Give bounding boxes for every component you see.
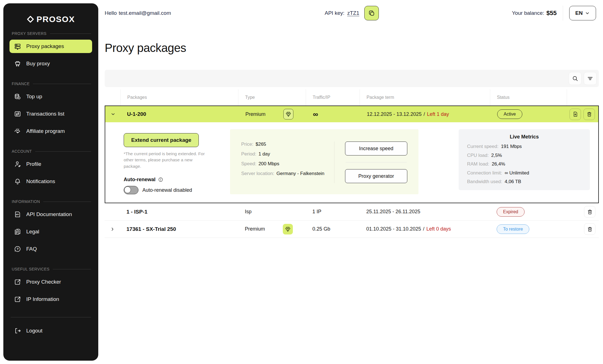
extend-package-button[interactable]: Extend current package bbox=[124, 133, 199, 147]
package-name: 1 - ISP-1 bbox=[120, 209, 238, 215]
trash-icon bbox=[587, 209, 593, 215]
price-row: Price: $265 bbox=[241, 142, 334, 147]
metric-connection-limit: Connection limit: ∞ Unlimited bbox=[467, 170, 582, 176]
coins-icon bbox=[14, 93, 21, 100]
copy-api-key-button[interactable] bbox=[364, 6, 379, 20]
legal-icon bbox=[14, 228, 21, 235]
auto-renewal-toggle[interactable] bbox=[124, 186, 138, 194]
external-link-icon bbox=[14, 296, 21, 303]
table-header: Packages Type Traffic/IP Package term St… bbox=[105, 89, 599, 106]
sidebar-item-top-up[interactable]: Top up bbox=[9, 90, 92, 103]
sidebar-item-faq[interactable]: ? FAQ bbox=[9, 242, 92, 256]
api-key-value[interactable]: zTZ1 bbox=[347, 10, 359, 16]
days-left: Left 1 day bbox=[427, 111, 449, 117]
column-header-packages: Packages bbox=[120, 89, 238, 106]
extend-section: Extend current package *The current peri… bbox=[124, 133, 210, 194]
sidebar-item-profile[interactable]: Profile bbox=[9, 157, 92, 171]
extend-note: *The current period is being extended. F… bbox=[124, 151, 207, 169]
sidebar-item-proxy-packages[interactable]: Proxy packages bbox=[9, 40, 92, 53]
live-metrics-panel: Live Metrics Current speed: 191 Mbps CPU… bbox=[459, 129, 590, 190]
search-icon bbox=[572, 75, 578, 82]
sidebar-item-legal[interactable]: Legal bbox=[9, 225, 92, 238]
server-icon bbox=[14, 43, 21, 50]
section-useful-services: USEFUL SERVICES bbox=[12, 267, 91, 271]
period-row: Period: 1 day bbox=[241, 151, 334, 157]
table-row[interactable]: 1 - ISP-1 Isp 1 IP 25.11.2025 - 26.11.20… bbox=[105, 203, 599, 221]
proxy-generator-button[interactable]: Proxy generator bbox=[345, 169, 407, 183]
section-information: INFORMATION bbox=[12, 199, 91, 204]
balance-value: $55 bbox=[546, 9, 557, 17]
package-name: 17361 - SX-Trial 250 bbox=[120, 226, 238, 232]
status-badge: Expired bbox=[497, 207, 525, 217]
sidebar-item-notifications[interactable]: Notifications bbox=[9, 175, 92, 188]
api-doc-icon: API bbox=[14, 211, 21, 218]
page-title: Proxy packages bbox=[105, 41, 599, 55]
expand-row-button[interactable] bbox=[105, 226, 120, 232]
sidebar-item-label: IP Information bbox=[26, 296, 59, 302]
package-type: Premium bbox=[245, 111, 265, 117]
sidebar-item-api-documentation[interactable]: API API Documentation bbox=[9, 208, 92, 221]
premium-gem-icon bbox=[283, 224, 293, 234]
info-icon[interactable] bbox=[158, 177, 163, 182]
section-finance: FINANCE bbox=[12, 82, 91, 86]
trash-icon bbox=[587, 226, 593, 232]
collapse-row-button[interactable] bbox=[105, 111, 121, 117]
sidebar-item-label: Buy proxy bbox=[26, 61, 50, 67]
sidebar-item-proxy-checker[interactable]: Proxy Checker bbox=[9, 275, 92, 289]
delete-button[interactable] bbox=[584, 206, 595, 217]
sidebar-item-logout[interactable]: Logout bbox=[9, 324, 92, 337]
sidebar-item-transactions-list[interactable]: Transactions list bbox=[9, 107, 92, 121]
days-left: Left 0 days bbox=[426, 226, 451, 232]
diamond-logo-icon bbox=[27, 16, 34, 23]
metric-cpu-load: CPU load: 2,5% bbox=[467, 153, 582, 158]
download-button[interactable] bbox=[570, 109, 581, 120]
column-header-type: Type bbox=[238, 89, 306, 106]
cart-icon bbox=[14, 60, 21, 67]
status-badge: To restore bbox=[497, 224, 529, 234]
svg-text:API: API bbox=[16, 214, 19, 215]
delete-button[interactable] bbox=[583, 109, 595, 120]
logout-icon bbox=[14, 327, 21, 334]
column-header-status: Status bbox=[490, 89, 567, 106]
sidebar-item-ip-information[interactable]: IP Information bbox=[9, 293, 92, 306]
package-type: Isp bbox=[245, 209, 252, 215]
metric-bandwidth-used: Bandwidth used: 4,06 TB bbox=[467, 179, 582, 185]
language-selector[interactable]: EN bbox=[569, 6, 596, 20]
button-divider bbox=[346, 162, 407, 162]
topbar-divider bbox=[563, 6, 563, 21]
column-header-traffic: Traffic/IP bbox=[306, 89, 360, 106]
sidebar-item-affiliate-program[interactable]: Affiliate program bbox=[9, 124, 92, 138]
sidebar-item-buy-proxy[interactable]: Buy proxy bbox=[9, 57, 92, 70]
package-group-u-1-200: U-1-200 Premium ∞ 12.12.2025 - 13.12.202… bbox=[105, 106, 599, 203]
search-button[interactable] bbox=[569, 72, 582, 85]
sidebar-item-label: API Documentation bbox=[26, 211, 72, 217]
increase-speed-button[interactable]: Increase speed bbox=[345, 142, 407, 155]
package-info-panel: Price: $265 Period: 1 day Speed: 200 Mbp… bbox=[230, 129, 418, 194]
external-link-icon bbox=[14, 278, 21, 286]
bell-icon bbox=[14, 178, 21, 185]
table-row[interactable]: U-1-200 Premium ∞ 12.12.2025 - 13.12.202… bbox=[105, 106, 598, 122]
download-file-icon bbox=[572, 111, 578, 117]
column-header-term: Package term bbox=[360, 89, 490, 106]
sidebar-item-label: Transactions list bbox=[26, 111, 64, 117]
delete-button[interactable] bbox=[584, 223, 595, 235]
sidebar-item-label: Proxy Checker bbox=[26, 279, 61, 285]
handshake-icon bbox=[14, 128, 21, 135]
brand-logo: PROSOX bbox=[3, 15, 98, 24]
auto-renewal-row: Auto-renewal disabled bbox=[124, 186, 210, 194]
location-row: Server location: Germany - Falkenstein bbox=[241, 171, 334, 176]
filter-button[interactable] bbox=[584, 72, 597, 85]
package-type: Premium bbox=[245, 226, 265, 232]
svg-text:?: ? bbox=[17, 247, 19, 251]
status-badge: Active bbox=[497, 109, 522, 119]
speed-row: Speed: 200 Mbps bbox=[241, 161, 334, 167]
package-traffic: 1 IP bbox=[306, 209, 360, 215]
package-traffic: ∞ bbox=[306, 111, 360, 118]
topbar: Hello test.email@gmail.com API key: zTZ1… bbox=[105, 0, 599, 26]
table-row[interactable]: 17361 - SX-Trial 250 Premium 0.25 Gb 01.… bbox=[105, 221, 599, 238]
package-term: 12.12.2025 - 13.12.2025 / Left 1 day bbox=[360, 111, 490, 117]
auto-renewal-label-row: Auto-renewal bbox=[124, 177, 210, 183]
transactions-icon bbox=[14, 110, 21, 118]
user-email: test.email@gmail.com bbox=[119, 10, 171, 16]
metric-current-speed: Current speed: 191 Mbps bbox=[467, 144, 582, 149]
